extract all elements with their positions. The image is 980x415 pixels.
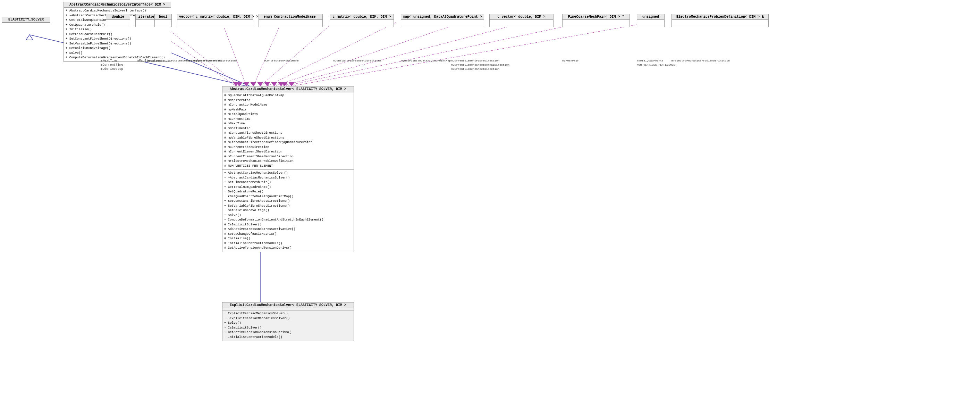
map-box: map< unsigned, DataAtQuadraturePoint > <box>401 14 484 27</box>
interface-method-5: + Initialise() <box>65 27 169 32</box>
interface-box: AbstractCardiacMechanicsSolverInterface<… <box>64 2 171 62</box>
method-1: + AbstractCardiacMechanicsSolver() <box>224 171 352 176</box>
exp-method-3: + Solve() <box>224 321 352 326</box>
svg-line-12 <box>253 22 281 86</box>
attr-4: # mpMeshPair <box>224 108 352 113</box>
svg-line-22 <box>285 22 583 86</box>
method-17: # GetActiveTensionAndTensionDerivs() <box>224 246 352 251</box>
electro-title: ElectroMechanicsProblemDefinition< DIM >… <box>672 14 768 20</box>
interface-method-9: + SetCalciumAndVoltage() <box>65 46 169 51</box>
abstract-solver-attributes: # mQuadPointToDataAtQuadPointMap # mMapI… <box>223 92 354 169</box>
double-title: double <box>106 14 130 20</box>
cvector-title: c_vector< double, DIM > <box>490 14 553 20</box>
cvector-box: c_vector< double, DIM > <box>489 14 554 27</box>
attr-9: # mConstantFibreSheetDirections <box>224 131 352 136</box>
attr-7: # mNextTime <box>224 121 352 126</box>
label-mcontraction: mContractionModelName <box>264 59 299 62</box>
bool-body <box>155 20 172 27</box>
finecoarse-body <box>563 20 630 27</box>
svg-line-16 <box>267 22 396 86</box>
method-3: + SetFineCoarseMeshPair() <box>224 180 352 185</box>
label-numvertices: NUM_VERTICES_PER_ELEMENT <box>637 63 677 66</box>
svg-marker-15 <box>258 82 263 86</box>
interface-title: AbstractCardiacMechanicsSolverInterface<… <box>64 2 171 8</box>
label-msheetdirection: mCurrentElementSheetNormalDirection <box>451 63 509 66</box>
svg-marker-11 <box>243 82 249 86</box>
enum-box: enum ContractionModelName_ <box>259 14 323 27</box>
electro-body <box>672 20 768 27</box>
vector-body <box>177 20 253 27</box>
attr-14: # mCurrentElementSheetNormalDirection <box>224 155 352 160</box>
svg-marker-19 <box>271 82 277 86</box>
interface-method-8: + SetVariableFibreSheetDirections() <box>65 42 169 46</box>
method-12: # IsImplicitSolver() <box>224 223 352 227</box>
svg-line-20 <box>281 22 524 86</box>
svg-line-8 <box>160 22 239 86</box>
map-body <box>401 20 484 27</box>
finecoarse-title: FineCoarseMeshPair< DIM > * <box>563 14 630 20</box>
explicit-solver-title: ExplicitCardiacMechanicsSolver< ELASTICI… <box>223 302 354 308</box>
exp-method-4: - IsImplicitSolver() <box>224 326 352 330</box>
method-7: + SetConstantFibreSheetDirections() <box>224 199 352 204</box>
method-10: + Solve() <box>224 213 352 218</box>
enum-title: enum ContractionModelName_ <box>259 14 322 20</box>
method-4: + GetTotalNumQuadPoints() <box>224 185 352 190</box>
finecoarse-box: FineCoarseMeshPair< DIM > * <box>562 14 630 27</box>
interface-method-10: + Solve() <box>65 51 169 56</box>
label-mquadpoint: mQuadPointToDataAtQuadPointMap <box>401 59 451 62</box>
abstract-solver-title: AbstractCardiacMechanicsSolver< ELASTICI… <box>223 86 354 92</box>
bool-title: bool <box>155 14 172 20</box>
elasticity-solver-title: ELASTICITY_SOLVER <box>2 17 50 22</box>
svg-marker-23 <box>282 82 287 86</box>
attr-16: # NUM_VERTICES_PER_ELEMENT <box>224 164 352 169</box>
cvector-body <box>490 20 553 27</box>
explicit-solver-methods: + ExplicitCardiacMechanicsSolver() + ~Ex… <box>223 310 354 341</box>
svg-line-14 <box>260 22 333 86</box>
attr-6: # mCurrentTime <box>224 117 352 122</box>
method-9: + SetCalciumAndVoltage() <box>224 208 352 213</box>
attr-5: # mTotalQuadPoints <box>224 112 352 117</box>
method-15: # Initialise() <box>224 236 352 241</box>
bool-box: bool <box>154 14 172 27</box>
attr-3: # mContractionModelName <box>224 103 352 108</box>
method-8: + SetVariableFibreSheetDirections() <box>224 204 352 209</box>
unsigned-box: unsigned <box>637 14 665 27</box>
explicit-solver-box: ExplicitCardiacMechanicsSolver< ELASTICI… <box>222 302 354 341</box>
svg-line-10 <box>222 22 247 86</box>
label-mconstantfibre: mConstantFibreSheetDirections <box>333 59 381 62</box>
method-2: + ~AbstractCardiacMechanicsSolver() <box>224 176 352 180</box>
label-mrelectro: mrElectroMechanicsProblemDefinition <box>671 59 730 62</box>
svg-line-18 <box>274 22 461 86</box>
svg-marker-21 <box>278 82 284 86</box>
exp-method-5: - GetActiveTensionAndTensionDerivs() <box>224 330 352 335</box>
method-14: # SetupChangeOfBasisMatrix() <box>224 232 352 237</box>
enum-body <box>259 20 322 27</box>
electro-box: ElectroMechanicsProblemDefinition< DIM >… <box>671 14 768 27</box>
abstract-solver-box: AbstractCardiacMechanicsSolver< ELASTICI… <box>222 86 354 252</box>
attr-12: # mCurrentFibreDirection <box>224 145 352 150</box>
exp-method-1: + ExplicitCardiacMechanicsSolver() <box>224 311 352 316</box>
method-5: + GetQuadratureRule() <box>224 190 352 195</box>
double-box: double <box>106 14 130 27</box>
svg-marker-9 <box>237 82 242 86</box>
label-modelstimestep: mOdeTimestep <box>101 67 123 71</box>
double-body <box>106 20 130 27</box>
interface-method-6: + SetFineCoarseMeshPair() <box>65 32 169 37</box>
attr-10: # mpVariableFibreSheetDirections <box>224 136 352 140</box>
label-msheetdir2: mCurrentElementSheetDirection <box>451 67 500 70</box>
label-mtotalquad: mTotalQuadPoints <box>637 59 663 62</box>
method-16: # InitialiseContractionModels() <box>224 241 352 246</box>
svg-marker-3 <box>26 35 33 40</box>
cmatrix-box: c_matrix< double, DIM, DIM > <box>330 14 394 27</box>
interface-method-7: + SetConstantFibreSheetDirections() <box>65 37 169 42</box>
interface-method-1: + AbstractCardiacMechanicsSolverInterfac… <box>65 9 169 14</box>
label-mcurrenttime: mCurrentTime <box>101 63 123 67</box>
svg-marker-17 <box>264 82 270 86</box>
attr-13: # mCurrentElementSheetDirection <box>224 150 352 155</box>
label-mnexttime: mNextTime <box>101 59 118 62</box>
label-mpvariable: mpVariableFibreSheetDirections <box>188 59 237 62</box>
unsigned-title: unsigned <box>637 14 664 20</box>
diagram-container: ELASTICITY_SOLVER AbstractCardiacMechani… <box>0 0 980 415</box>
exp-method-2: + ~ExplicitCardiacMechanicsSolver() <box>224 316 352 321</box>
attr-15: # mrElectroMechanicsProblemDefinition <box>224 159 352 164</box>
